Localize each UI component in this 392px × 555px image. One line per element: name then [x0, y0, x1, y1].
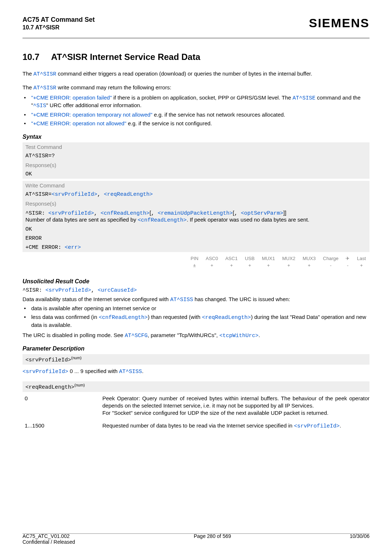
write-command-label: Write Command: [23, 181, 369, 190]
text: ) than requested (with: [148, 314, 202, 320]
response-cme: +CME ERROR: <err>: [23, 243, 369, 252]
table-row: PIN ASC0 ASC1 USB MUX1 MUX2 MUX3 Charge …: [187, 255, 369, 262]
section-heading: 10.7 AT^SISR Internet Service Read Data: [23, 52, 369, 62]
at-sisr-link[interactable]: AT^SISR: [33, 85, 56, 91]
brand-logo: SIEMENS: [309, 16, 369, 30]
doc-subtitle: 10.7 AT^SISR: [23, 24, 95, 31]
param-link[interactable]: <srvProfileId>: [52, 191, 97, 198]
col-head: MUX2: [279, 255, 299, 262]
param-link[interactable]: <cnfReadLength>: [99, 315, 148, 321]
text: .: [258, 332, 260, 338]
test-command-label: Test Command: [23, 142, 369, 151]
response-label: Response(s): [23, 199, 369, 208]
cme-error-link[interactable]: "+CME ERROR: operation failed": [31, 94, 112, 101]
cell: -: [342, 262, 353, 269]
col-head: USB: [241, 255, 258, 262]
param-srvprofileid: <srvProfileId>(num) <srvProfileId> 0 ...…: [23, 354, 369, 376]
param-name: <reqReadLength>: [25, 384, 74, 390]
cme-error-link[interactable]: "+CME ERROR: operation not allowed": [31, 120, 126, 126]
cell: ±: [187, 262, 202, 269]
col-head: Charge: [319, 255, 342, 262]
param-link[interactable]: <cnfReadLength>: [101, 210, 150, 216]
param-link[interactable]: <srvProfileId>: [294, 423, 340, 429]
at-siss-link[interactable]: AT^SISS: [119, 369, 142, 375]
param-link[interactable]: <urcCauseId>: [98, 287, 137, 293]
param-link[interactable]: <err>: [65, 244, 81, 251]
response-ok: OK: [23, 225, 369, 234]
param-link[interactable]: <tcpWithUrc>: [219, 333, 258, 339]
param-link[interactable]: <srvProfileId>: [45, 287, 91, 293]
text: The: [23, 84, 33, 90]
list-item: less data was confirmed (in <cnfReadLeng…: [23, 313, 369, 329]
list-item: "+CME ERROR: operation failed" if there …: [23, 94, 369, 110]
text: write command may return the following e…: [56, 84, 171, 90]
col-head: MUX3: [299, 255, 319, 262]
page-footer: AC75_ATC_V01.002 Confidential / Released…: [23, 533, 369, 545]
section-title-text: AT^SISR Internet Service Read Data: [51, 52, 200, 62]
list-item: data is available after opening an Inter…: [23, 305, 369, 312]
section-number: 10.7: [23, 52, 40, 62]
text: Number of data bytes are sent as specifi…: [25, 216, 138, 223]
text: , parameter "Tcp/WithURCs",: [148, 332, 219, 338]
param-head: <reqReadLength>(num): [23, 381, 369, 392]
param-head: <srvProfileId>(num): [23, 354, 369, 365]
col-head: MUX1: [258, 255, 278, 262]
param-values-table: 0 Peek Operator: Query number of receive…: [23, 395, 369, 430]
text: . If peek operator was used no data byte…: [187, 216, 309, 223]
cme-error-link[interactable]: "+CME ERROR: operation temporary not all…: [31, 112, 152, 118]
urc-line: ^SISR: <srvProfileId>, <urcCauseId>: [23, 287, 369, 294]
text: ^SISR:: [23, 287, 45, 293]
header-divider: [23, 37, 369, 39]
response-error: ERROR: [23, 234, 369, 243]
error-list: "+CME ERROR: operation failed" if there …: [23, 94, 369, 127]
text: " URC offer additional error information…: [46, 102, 142, 108]
col-head: Last: [353, 255, 369, 262]
text: The: [23, 70, 33, 77]
airplane-icon: ✈: [346, 256, 350, 261]
text: if there is a problem on application, so…: [112, 94, 293, 101]
at-siss-link[interactable]: AT^SISS: [170, 297, 193, 303]
col-head: PIN: [187, 255, 202, 262]
param-link[interactable]: <srvProfileId>: [48, 210, 94, 216]
compat-table: PIN ASC0 ASC1 USB MUX1 MUX2 MUX3 Charge …: [187, 255, 369, 269]
text: .: [340, 422, 341, 429]
footer-page: Page 280 of 569: [194, 533, 231, 545]
write-response: ^SISR: <srvProfileId>, <cnfReadLength>[,…: [23, 208, 369, 225]
at-sise-link[interactable]: AT^SISE: [293, 95, 315, 101]
footer-confidential: Confidential / Released: [23, 539, 75, 545]
param-link[interactable]: <cnfReadLength>: [138, 217, 187, 223]
text: ,: [234, 210, 241, 216]
param-link[interactable]: <srvProfileId>: [23, 369, 68, 375]
param-desc-heading: Parameter Description: [23, 345, 369, 352]
response-label: Response(s): [23, 161, 369, 170]
at-scfg-link[interactable]: AT^SCFG: [125, 333, 148, 339]
param-reqreadlength: <reqReadLength>(num) 0 Peek Operator: Qu…: [23, 381, 369, 430]
param-link[interactable]: <reqReadLength>: [202, 315, 251, 321]
text: AT^SISR=: [25, 191, 52, 198]
param-link[interactable]: <remainUdpPacketLength>: [158, 210, 233, 216]
cell: -: [319, 262, 342, 269]
list-item: "+CME ERROR: operation not allowed" e.g.…: [23, 120, 369, 127]
footer-date: 10/30/06: [350, 533, 370, 545]
intro-paragraph-1: The AT^SISR command either triggers a re…: [23, 70, 369, 78]
doc-title: AC75 AT Command Set: [23, 16, 95, 24]
cell: +: [241, 262, 258, 269]
text: e.g. if the service has not network reso…: [152, 112, 285, 118]
text: 0 ... 9 specified with: [68, 368, 119, 374]
param-sup: (num): [74, 383, 85, 387]
param-link[interactable]: <optServParm>: [241, 210, 283, 216]
intro-paragraph-2: The AT^SISR write command may return the…: [23, 84, 369, 92]
sis-urc-link[interactable]: ^SIS: [33, 103, 46, 109]
text: ^SISR:: [25, 210, 48, 216]
syntax-write-block: Write Command AT^SISR=<srvProfileId>, <r…: [23, 181, 369, 252]
cell: +: [202, 262, 222, 269]
text: ,: [94, 210, 101, 216]
param-link[interactable]: <reqReadLength>: [104, 191, 153, 198]
page-header: AC75 AT Command Set 10.7 AT^SISR SIEMENS: [23, 16, 369, 31]
text: The URC is disabled in polling mode. See: [23, 332, 125, 338]
test-command: AT^SISR=?: [23, 151, 369, 161]
cell: +: [353, 262, 369, 269]
cell: +: [279, 262, 299, 269]
col-head: ✈: [342, 255, 353, 262]
at-sisr-link[interactable]: AT^SISR: [33, 71, 56, 77]
